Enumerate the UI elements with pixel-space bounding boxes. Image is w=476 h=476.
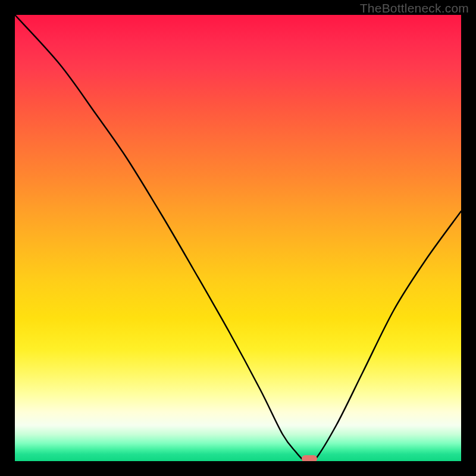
chart-frame: TheBottleneck.com — [0, 0, 476, 476]
bottleneck-curve — [15, 15, 461, 461]
watermark-text: TheBottleneck.com — [360, 1, 469, 15]
optimal-marker — [302, 455, 317, 461]
plot-area — [15, 15, 461, 461]
